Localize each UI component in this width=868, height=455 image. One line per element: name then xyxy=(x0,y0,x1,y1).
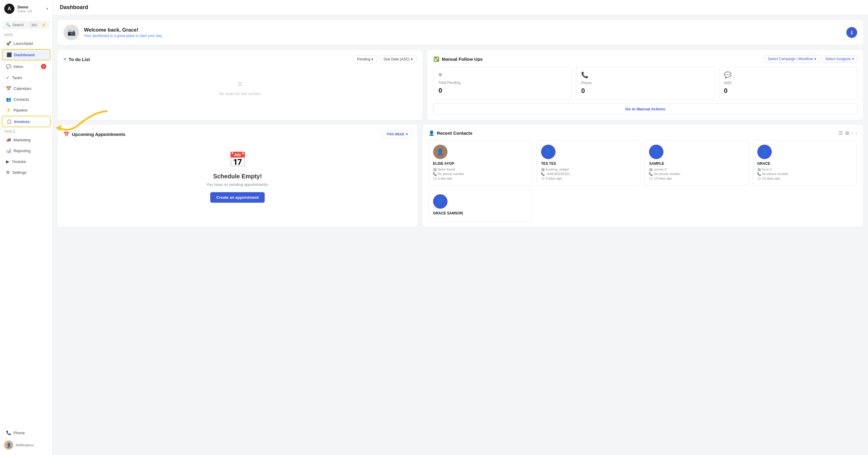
pending-filter-btn[interactable]: Pending ▾ xyxy=(353,55,377,63)
search-icon: 🔍 xyxy=(6,23,10,27)
phone-meta-icon: 📞 xyxy=(433,172,437,176)
appointments-title: Upcoming Appointments xyxy=(72,132,125,137)
contacts-icon: 👥 xyxy=(6,97,11,102)
sidebar-item-label: Phone xyxy=(13,431,25,435)
contact-time: 🕐 9 days ago xyxy=(541,177,562,180)
contacts-second-row: 👤 GRACE SAMSON xyxy=(429,190,857,222)
week-filter-btn[interactable]: THIS WEEK ▾ xyxy=(382,130,411,138)
select-assignee-btn[interactable]: Select Assignee ▾ xyxy=(822,55,857,63)
contact-card-elise[interactable]: 👤 ELISE AYOP 🏢 None found 📞 No phone num… xyxy=(429,140,532,186)
welcome-subtitle: Your dashboard is a great place to start… xyxy=(84,34,162,38)
contact-source: 🏢 survey 0 xyxy=(649,168,666,171)
sidebar-item-settings[interactable]: ⚙ Settings xyxy=(2,167,51,177)
todo-card: ≡ To do List Pending ▾ Due Date (ASC) ▾ xyxy=(57,50,423,120)
sidebar-item-contacts[interactable]: 👥 Contacts xyxy=(2,94,51,104)
sidebar-header: A Demo Irvine, CA ▾ xyxy=(0,0,52,18)
search-label: Search xyxy=(12,23,24,27)
contact-card-grace-samson[interactable]: 👤 GRACE SAMSON xyxy=(429,190,532,222)
sidebar-item-label: Calendars xyxy=(13,86,31,91)
todo-empty-icon: ≡ xyxy=(238,80,242,89)
sidebar-item-marketing[interactable]: 📣 Marketing xyxy=(2,135,51,145)
contact-source: 🏢 None found xyxy=(433,168,455,171)
phone-follow-icon: 📞 xyxy=(581,71,709,79)
sidebar-item-label: Pipeline xyxy=(13,108,27,113)
contact-phone: 📞 +639165232321 xyxy=(541,172,570,176)
due-date-filter-btn[interactable]: Due Date (ASC) ▾ xyxy=(379,55,416,63)
sidebar-item-tasks[interactable]: ✓ Tasks xyxy=(2,72,51,83)
sidebar-item-inbox[interactable]: 💬 Inbox 0 xyxy=(2,61,51,72)
phone-icon: 📞 xyxy=(6,430,11,435)
create-appointment-btn[interactable]: Create an appointment xyxy=(210,192,265,203)
contact-time: 🕐 13 days ago xyxy=(649,177,672,180)
followups-header: ✅ Manual Follow Ups Select Campaign / Wo… xyxy=(433,55,857,63)
tasks-icon: ✓ xyxy=(6,75,10,80)
contact-photo: 👤 xyxy=(653,148,660,155)
contact-photo: 👤 xyxy=(761,148,768,155)
grid-view-btn[interactable]: ⊞ xyxy=(845,130,849,136)
sms-cell: 💬 SMS 0 xyxy=(719,67,857,99)
workspace-chevron-icon[interactable]: ▾ xyxy=(46,7,48,11)
sidebar-item-pipeline[interactable]: ⚡ Pipeline xyxy=(2,105,51,115)
contact-phone: 📞 No phone number xyxy=(649,172,680,176)
total-pending-value: 0 xyxy=(438,87,567,94)
todo-empty-state: ≡ No tasks for this contact xyxy=(63,67,416,108)
sidebar-item-calendars[interactable]: 📅 Calendars xyxy=(2,83,51,93)
sidebar-item-dashboard[interactable]: ⬛ Dashboard xyxy=(2,49,51,60)
source-icon: 🏢 xyxy=(757,168,761,171)
launchpad-icon: 🚀 xyxy=(6,41,11,46)
sidebar-item-label: Invoices xyxy=(14,119,30,124)
sidebar-item-phone[interactable]: 📞 Phone xyxy=(2,428,51,438)
contact-avatar: 👤 xyxy=(541,145,556,159)
workspace-location: Irvine, CA xyxy=(18,9,32,13)
bottom-row: 📅 Upcoming Appointments THIS WEEK ▾ 📅 Sc… xyxy=(57,125,863,227)
view-controls: ☰ ⊞ ‹ › xyxy=(839,130,857,136)
contact-card-tes[interactable]: 👤 TES TES 🏢 booking_widget 📞 +6391652323… xyxy=(536,140,640,186)
contact-card-grace[interactable]: 👤 GRACE 🏢 form 2 📞 No phone number 🕐 xyxy=(753,140,857,186)
contact-photo: 👤 xyxy=(436,148,444,155)
next-arrow[interactable]: › xyxy=(856,130,857,136)
workspace-name: Demo xyxy=(18,5,32,9)
contact-name: GRACE xyxy=(757,161,770,166)
youtube-icon: ▶ xyxy=(6,159,9,164)
contact-avatar: 👤 xyxy=(757,145,772,159)
calendar-empty-icon: 📅 xyxy=(228,151,247,168)
go-manual-actions-btn[interactable]: Go to Manual Actions xyxy=(433,103,857,115)
calendars-icon: 📅 xyxy=(6,86,11,91)
chevron-down-icon: ▾ xyxy=(371,57,373,61)
select-campaign-btn[interactable]: Select Campaign / Workflow ▾ xyxy=(765,55,819,63)
phone-meta-icon: 📞 xyxy=(757,172,761,176)
phone-meta-icon: 📞 xyxy=(541,172,545,176)
time-icon: 🕐 xyxy=(649,177,653,180)
lightning-icon: ⚡ xyxy=(41,23,46,27)
phone-meta-icon: 📞 xyxy=(649,172,653,176)
sidebar-item-invoices[interactable]: 📋 Invoices xyxy=(2,116,51,127)
todo-filters: Pending ▾ Due Date (ASC) ▾ xyxy=(353,55,416,63)
sidebar-item-reporting[interactable]: 📊 Reporting xyxy=(2,146,51,156)
sidebar-item-label: Reporting xyxy=(13,149,30,153)
contacts-grid: 👤 ELISE AYOP 🏢 None found 📞 No phone num… xyxy=(429,140,857,186)
sidebar-item-launchpad[interactable]: 🚀 Launchpad xyxy=(2,38,51,49)
list-view-btn[interactable]: ☰ xyxy=(839,130,843,136)
contact-phone: 📞 No phone number xyxy=(433,172,464,176)
contacts-title: Recent Contacts xyxy=(437,130,472,135)
contact-avatar: 👤 xyxy=(649,145,663,159)
phone-cell: 📞 Phone 0 xyxy=(576,67,714,99)
apps-section-label: Apps xyxy=(0,31,52,38)
sidebar-item-youtube[interactable]: ▶ Youtube xyxy=(2,156,51,166)
marketing-icon: 📣 xyxy=(6,138,11,142)
cards-row: ≡ To do List Pending ▾ Due Date (ASC) ▾ xyxy=(57,50,863,120)
welcome-info-icon[interactable]: ℹ xyxy=(846,27,857,38)
appointments-empty-state: 📅 Schedule Empty! You have no pending ap… xyxy=(63,142,412,212)
total-pending-label: Total Pending xyxy=(438,81,567,85)
notifications-label: Notifications xyxy=(16,443,34,447)
sidebar-item-label: Dashboard xyxy=(14,53,35,57)
search-bar[interactable]: 🔍 Search ⌘K ⚡ xyxy=(3,21,49,29)
todo-title: To do List xyxy=(69,57,90,62)
reporting-icon: 📊 xyxy=(6,148,11,153)
followups-title: Manual Follow Ups xyxy=(442,57,483,62)
contact-card-sample[interactable]: 👤 SAMPLE 🏢 survey 0 📞 No phone number xyxy=(645,140,748,186)
total-pending-cell: ≡ Total Pending 0 xyxy=(433,67,572,99)
todo-empty-message: No tasks for this contact xyxy=(219,91,261,96)
appointments-card: 📅 Upcoming Appointments THIS WEEK ▾ 📅 Sc… xyxy=(57,125,418,227)
prev-arrow[interactable]: ‹ xyxy=(851,130,853,136)
